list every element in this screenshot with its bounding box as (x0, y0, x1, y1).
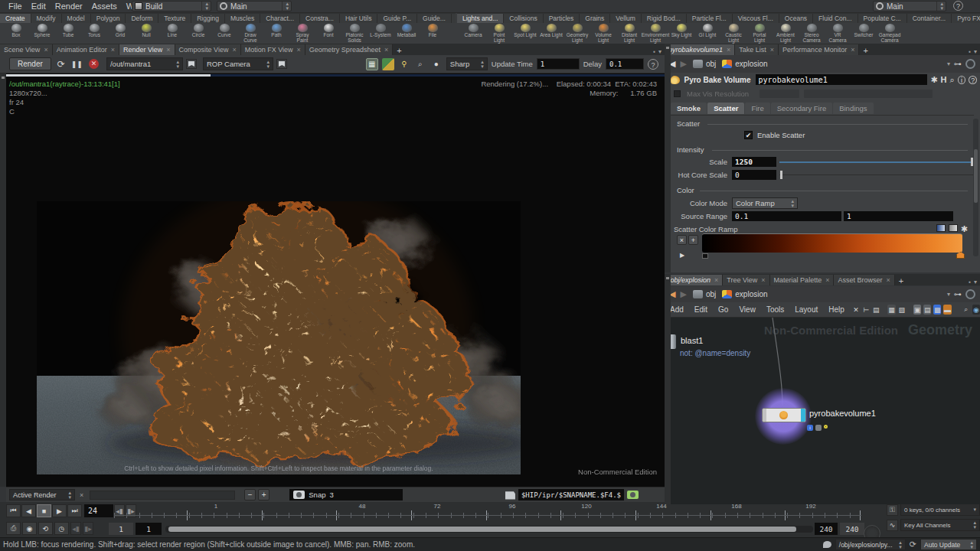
stop-button[interactable]: ■ (37, 504, 51, 517)
close-icon[interactable]: × (727, 46, 730, 54)
image-icon[interactable]: ▩ (933, 305, 941, 315)
re-render-icon[interactable]: ⟳ (57, 59, 65, 70)
forward-icon[interactable]: ▶ (680, 59, 686, 69)
magnify-icon[interactable]: ⌕ (414, 58, 426, 70)
help-icon[interactable]: ? (969, 76, 977, 84)
preview-icon[interactable]: ▦ (366, 58, 378, 70)
stop-render-icon[interactable]: ✕ (89, 59, 99, 69)
rendered-image[interactable]: Ctrl+Left to show detailed pixel informa… (37, 201, 521, 474)
grid-icon[interactable]: ▦ (887, 305, 895, 315)
shelf-tab[interactable]: Constra... (300, 14, 340, 23)
pane-tab[interactable]: Scene View× (0, 44, 53, 55)
breadcrumb-obj[interactable]: obj (706, 60, 716, 68)
shelf-tool[interactable]: Box (3, 23, 29, 43)
tree-icon[interactable]: ⊢ (862, 305, 870, 315)
network-menu-item[interactable]: Tools (761, 305, 789, 314)
ramp-delete-icon[interactable]: × (677, 235, 687, 245)
new-tab-icon[interactable]: + (895, 276, 907, 285)
notes-icon[interactable]: ▤ (923, 305, 931, 315)
shelf-tab[interactable]: Model (62, 14, 91, 23)
auto-key-icon[interactable]: ⚿ (887, 504, 898, 516)
pane-tab[interactable]: Animation Editor× (53, 44, 119, 55)
maximize-icon[interactable]: ▪ (969, 279, 971, 285)
pin-icon[interactable]: ⊶ (954, 290, 962, 298)
shelf-tab[interactable]: Vellum (610, 14, 642, 23)
network-menu-item[interactable]: Edit (689, 305, 713, 314)
pause-icon[interactable]: ❚❚ (71, 60, 83, 68)
shelf-tool[interactable]: Point Light (486, 23, 512, 43)
shelf-tool[interactable]: Volume Light (590, 23, 616, 43)
shelf-tab[interactable]: Particle Fl... (687, 14, 733, 23)
pane-gutter[interactable] (665, 274, 671, 504)
param-tab[interactable]: Bindings (833, 103, 873, 114)
search-icon[interactable]: ⌕ (962, 305, 970, 315)
snapshot-field[interactable]: Snap3 (289, 489, 403, 500)
lights-icon[interactable]: ⚲ (398, 58, 410, 70)
shelf-tab[interactable]: Lights and... (457, 14, 504, 23)
go-end-button[interactable]: ⏭ (67, 504, 82, 517)
checkbox[interactable] (674, 90, 681, 97)
box-icon[interactable]: ▬ (943, 305, 951, 315)
shelf-tool[interactable]: Line (159, 23, 185, 43)
playback-end-field[interactable]: 240 (815, 523, 838, 535)
close-icon[interactable]: × (761, 276, 765, 284)
shelf-tab[interactable]: Charact... (260, 14, 300, 23)
maximize-icon[interactable]: ▪ (653, 48, 655, 55)
play-button[interactable]: ▶ (52, 504, 67, 517)
shelf-tool[interactable]: Sphere (29, 23, 55, 43)
node-name-field[interactable]: pyrobakevolume1 (756, 74, 928, 85)
update-time-field[interactable]: 1 (537, 58, 580, 70)
pane-tab[interactable]: Composite View× (175, 44, 241, 55)
list-icon[interactable]: ▤ (872, 305, 880, 315)
shelf-tab[interactable]: Guide... (417, 14, 452, 23)
shelf-tool[interactable]: Null (133, 23, 159, 43)
rop-jump-icon[interactable] (186, 59, 197, 69)
shelf-tool[interactable]: Geometry Light (564, 23, 590, 43)
shelf-tab[interactable]: Create (0, 14, 31, 23)
snapshot-path-field[interactable]: $HIP/ipr/$SNAPNAME.$F4.$ (518, 489, 624, 500)
gear-icon[interactable]: ✱ (930, 75, 937, 85)
breadcrumb-node[interactable]: explosion (735, 60, 767, 68)
global-end-field[interactable]: 240 (840, 523, 864, 535)
shelf-tool[interactable]: Circle (185, 23, 211, 43)
shelf-tool[interactable]: Curve (211, 23, 237, 43)
link-icon[interactable] (965, 59, 975, 69)
pane-gutter[interactable] (665, 44, 671, 272)
hot-core-scale-field[interactable]: 0 (732, 170, 776, 180)
playback-start-field[interactable]: 1 (136, 523, 162, 535)
menu-caret-icon[interactable]: ▾ (974, 48, 977, 55)
shelf-tool[interactable]: Torus (81, 23, 107, 43)
close-icon[interactable]: × (825, 276, 829, 284)
snapshot-icon[interactable]: ▣ (913, 305, 921, 315)
shelf-tab[interactable]: Collisions (504, 14, 543, 23)
color-mode-selector[interactable]: Color Ramp▴▾ (732, 197, 798, 209)
shelf-tool[interactable]: Spot Light (512, 23, 538, 43)
shelf-tab[interactable]: Terrai... (452, 14, 456, 23)
close-icon[interactable]: × (232, 46, 236, 54)
close-icon[interactable]: × (770, 46, 774, 54)
take-snapshot-icon[interactable] (627, 491, 639, 499)
scale-field[interactable]: 1250 (732, 157, 776, 167)
refresh-icon[interactable]: ⟳ (910, 540, 916, 549)
delete-render-icon[interactable]: × (80, 491, 83, 499)
pane-tab[interactable]: Performance Monitor× (779, 44, 859, 55)
network-menu-item[interactable]: View (733, 305, 761, 314)
shelf-tool[interactable]: Area Light (538, 23, 564, 43)
blast-node-label[interactable]: blast1 (681, 336, 703, 345)
shelf-tab[interactable]: Muscles (225, 14, 260, 23)
close-icon[interactable]: × (851, 46, 854, 54)
shelf-tool[interactable]: Stereo Camera (799, 23, 825, 43)
recent-node-selector[interactable]: /obj/explosion/py...▴▾ (835, 539, 906, 550)
shelf-tool[interactable]: Sky Light (668, 23, 694, 43)
new-tab-icon[interactable]: + (859, 46, 871, 55)
shelf-tab[interactable]: Viscous Fl... (733, 14, 779, 23)
ramp-gear-icon[interactable]: ✱ (961, 224, 968, 234)
render-view[interactable]: /out/mantra1(raytrace)-13:13:41[1] 1280x… (0, 73, 665, 487)
pane-tab[interactable]: Geometry Spreadsheet× (305, 44, 393, 55)
ramp-edit-icon[interactable] (949, 224, 958, 232)
menu-item[interactable]: File (4, 2, 27, 11)
snapshot-icon[interactable] (382, 58, 394, 70)
radial-menu-selector-right[interactable]: Main▴▾ (873, 1, 946, 11)
camera-selector[interactable]: ROP Camera▴▾ (203, 57, 273, 70)
close-icon[interactable]: × (886, 276, 890, 284)
